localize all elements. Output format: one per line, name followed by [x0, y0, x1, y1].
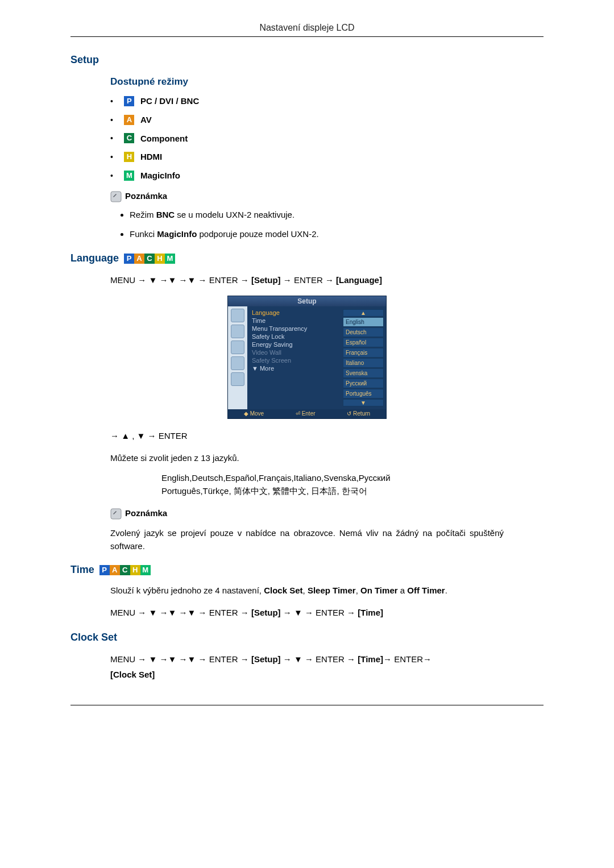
osd-side-icon	[231, 325, 244, 338]
osd-foot-enter: ⏎ Enter	[296, 410, 316, 417]
text: .	[445, 585, 447, 595]
badge-m-icon: M	[124, 171, 134, 181]
osd-menu-item: Video Wall	[252, 348, 337, 356]
mode-label: PC / DVI / BNC	[140, 96, 199, 106]
text: Slouží k výběru jednoho ze 4 nastavení,	[110, 585, 264, 595]
note-label: Poznámka	[125, 508, 167, 518]
badge-a-icon: A	[110, 565, 120, 575]
lang-line: English,Deutsch,Español,Français,Italian…	[161, 471, 544, 484]
text: Funkci	[130, 229, 157, 239]
osd-menu-more: ▼ More	[252, 364, 337, 372]
osd-lang-item: Português	[343, 389, 384, 398]
badge-h-icon: H	[124, 152, 134, 162]
mode-item-pc: P PC / DVI / BNC	[110, 95, 544, 106]
language-note-body: Zvolený jazyk se projeví pouze v nabídce…	[110, 526, 504, 553]
time-intro: Slouží k výběru jednoho ze 4 nastavení, …	[110, 584, 504, 597]
badge-m-icon: M	[140, 565, 151, 575]
osd-menu-item: Safety Lock	[252, 333, 337, 340]
lang-line: Português,Türkçe, 简体中文, 繁體中文, 日本語, 한국어	[161, 484, 544, 497]
osd-lang-item: Svenska	[343, 368, 384, 378]
osd-menu-item: Energy Saving	[252, 340, 337, 348]
osd-side-icon	[231, 372, 244, 386]
nav-text: → ENTER →	[281, 275, 337, 285]
mode-item-magicinfo: M MagicInfo	[110, 170, 544, 181]
nav-path-language: MENU → ▼ →▼ →▼ → ENTER → [Setup] → ENTER…	[110, 272, 544, 288]
heading-text: Language	[70, 252, 119, 264]
heading-text: Time	[70, 564, 94, 575]
osd-lang-list: ▲ English Deutsch Español Français Itali…	[341, 306, 386, 409]
header-rule	[70, 36, 544, 37]
note-list: Režim BNC se u modelu UXN-2 neaktivuje. …	[119, 208, 544, 241]
nav-path-clockset: MENU → ▼ →▼ →▼ → ENTER → [Setup] → ▼ → E…	[110, 651, 544, 682]
mode-item-hdmi: H HDMI	[110, 151, 544, 162]
nav-text: → ENTER→	[383, 654, 432, 664]
osd-icon-col	[228, 306, 247, 409]
note-icon	[110, 191, 122, 202]
page-header: Nastavení displeje LCD	[70, 23, 544, 33]
osd-lang-item: Español	[343, 338, 384, 347]
text-bold: Sleep Timer	[308, 585, 356, 595]
osd-menu-item: Safety Screen	[252, 356, 337, 364]
text: Režim	[130, 210, 156, 219]
nav-text: → ▼ → ENTER →	[281, 608, 358, 617]
note-heading: Poznámka	[110, 191, 544, 202]
osd-side-icon	[231, 340, 244, 354]
text-bold: BNC	[156, 210, 175, 219]
nav-path-time: MENU → ▼ →▼ →▼ → ENTER → [Setup] → ▼ → E…	[110, 605, 544, 620]
mode-label: AV	[140, 115, 152, 124]
badge-c-icon: C	[144, 254, 155, 264]
note-item: Režim BNC se u modelu UXN-2 neaktivuje.	[130, 208, 544, 222]
nav-text: MENU → ▼ →▼ →▼ → ENTER →	[110, 608, 251, 617]
osd-scroll-down-icon: ▼	[343, 399, 384, 406]
nav-text: MENU → ▼ →▼ →▼ → ENTER →	[110, 275, 251, 285]
osd-lang-item: Français	[343, 348, 384, 358]
footer-rule	[70, 705, 544, 705]
badge-a-icon: A	[134, 254, 144, 264]
section-clockset-title: Clock Set	[70, 632, 544, 643]
osd-menu-item: Language	[252, 309, 337, 317]
text: ,	[356, 585, 360, 595]
nav-bold: [Language]	[336, 275, 382, 285]
nav-bold: [Clock Set]	[110, 670, 155, 679]
osd-side-icon	[231, 356, 244, 370]
badge-c-icon: C	[120, 565, 130, 575]
badge-h-icon: H	[130, 565, 140, 575]
mode-label: Component	[140, 134, 188, 143]
mode-item-av: A AV	[110, 114, 544, 125]
osd-menu: Language Time Menu Transparency Safety L…	[247, 306, 341, 409]
badge-h-icon: H	[155, 254, 165, 264]
osd-scroll-up-icon: ▲	[343, 309, 384, 317]
svg-rect-0	[111, 192, 121, 202]
note-item: Funkci MagicInfo podporuje pouze model U…	[130, 227, 544, 241]
nav-bold: [Setup]	[251, 275, 281, 285]
section-modes-title: Dostupné režimy	[110, 76, 544, 88]
badge-p-icon: P	[124, 96, 134, 106]
osd-lang-item: English	[343, 317, 384, 327]
note-label: Poznámka	[125, 191, 167, 201]
text-bold: MagicInfo	[157, 229, 197, 239]
osd-side-icon	[231, 309, 244, 322]
nav-text: → ▼ → ENTER →	[281, 654, 358, 664]
mode-badges: P A C H M	[99, 565, 151, 575]
note-heading: Poznámka	[110, 508, 544, 520]
text-bold: Off Timer	[407, 585, 445, 595]
badge-p-icon: P	[124, 254, 134, 264]
section-time-title: Time P A C H M	[70, 564, 544, 576]
nav-text: MENU → ▼ →▼ →▼ → ENTER →	[110, 654, 251, 664]
nav-bold: [Setup]	[251, 654, 281, 664]
badge-m-icon: M	[165, 254, 175, 264]
nav-path-language-2: → ▲ , ▼ → ENTER	[110, 428, 544, 443]
osd-title: Setup	[228, 296, 386, 306]
osd-footer: ◆ Move ⏎ Enter ↺ Return	[228, 409, 386, 418]
osd-lang-item: Deutsch	[343, 327, 384, 337]
text: podporuje pouze model UXN-2.	[197, 229, 318, 239]
mode-badges: P A C H M	[124, 254, 175, 264]
text-bold: Clock Set	[264, 585, 302, 595]
osd-menu-item: Menu Transparency	[252, 325, 337, 333]
language-list: English,Deutsch,Español,Français,Italian…	[161, 471, 544, 498]
osd-screenshot: Setup Language Time Menu Transparency Sa…	[227, 296, 387, 419]
text: se u modelu UXN-2 neaktivuje.	[175, 210, 294, 219]
badge-c-icon: C	[124, 133, 134, 143]
osd-lang-item: Русский	[343, 379, 384, 388]
mode-item-component: C Component	[110, 133, 544, 144]
